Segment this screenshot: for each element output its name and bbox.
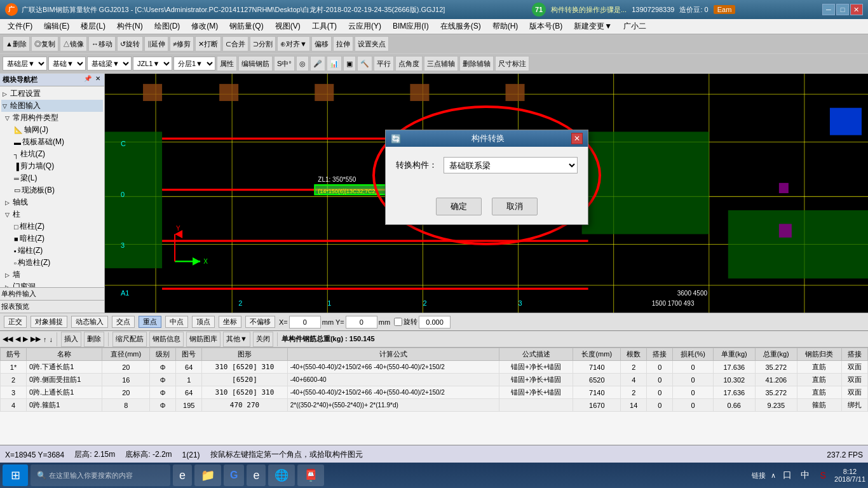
snap-btn-重点[interactable]: 重点 — [139, 316, 161, 328]
section-common-types[interactable]: ▽ 常用构件类型 — [4, 112, 103, 124]
toolbar-btn[interactable]: 📊 — [327, 56, 342, 71]
tree-item-beam[interactable]: ═梁(L) — [4, 172, 103, 184]
tree-item-end-col[interactable]: ▪端柱(Z) — [4, 245, 103, 257]
toolbar-btn[interactable]: S中° — [274, 56, 295, 71]
start-button[interactable]: ⊞ — [3, 464, 28, 486]
tree-item-shear-wall[interactable]: ▐剪力墙(Q) — [4, 160, 103, 172]
toolbar-btn[interactable]: 🎤 — [310, 56, 325, 71]
component-type-select[interactable]: 基础联系梁基础梁框架梁非框架梁 — [444, 157, 578, 173]
toolbar-btn[interactable]: 拉伸 — [333, 36, 353, 51]
menu-item-版本号B[interactable]: 版本号(B) — [524, 20, 567, 33]
taskbar-app-edge[interactable]: e — [247, 464, 266, 486]
scale-rebar-btn[interactable]: 缩尺配筋 — [112, 332, 147, 347]
taskbar-app-ie[interactable]: e — [173, 464, 192, 486]
section-door-window[interactable]: ▷ 门窗洞 — [4, 281, 103, 287]
taskbar-app-g[interactable]: G — [224, 464, 244, 486]
tree-item-cast-slab[interactable]: ▭现浇板(B) — [4, 184, 103, 196]
rebar-table-row[interactable]: 4 0跨.箍筋1 8 Φ 195 470 270 2*((350-2*40)+(… — [1, 399, 868, 412]
ime-icon[interactable]: S — [817, 469, 829, 482]
rotate-checkbox[interactable] — [394, 318, 402, 326]
toolbar-btn[interactable]: 尺寸标注 — [495, 56, 529, 71]
network-icon[interactable]: 口 — [781, 469, 794, 482]
toolbar-btn[interactable]: 删除辅轴 — [459, 56, 494, 71]
canvas-area[interactable]: C 0 3 A1 2 1 2 3 ZL1: 350*550 (14*150(6)… — [105, 74, 868, 313]
panel-close-btn[interactable]: ✕ — [94, 75, 102, 85]
panel-footer-report[interactable]: 报表预览 — [0, 300, 104, 313]
rebar-table-row[interactable]: 3 0跨.上通长筋1 20 Φ 64 310 [6520] 310 -40+(5… — [1, 386, 868, 399]
menu-item-工具T[interactable]: 工具(T) — [307, 20, 342, 33]
toolbar-btn[interactable]: ⊃分割 — [250, 36, 276, 51]
other-btn[interactable]: 其他▼ — [223, 332, 250, 347]
menu-item-BIM应用I[interactable]: BIM应用(I) — [388, 20, 434, 33]
toolbar-btn[interactable]: 三点辅轴 — [424, 56, 458, 71]
menu-item-帮助H[interactable]: 帮助(H) — [487, 20, 524, 33]
snap-btn-正交[interactable]: 正交 — [4, 316, 27, 328]
toolbar-select[interactable]: 分层1▼ — [173, 57, 215, 71]
snap-btn-动态输入[interactable]: 动态输入 — [71, 316, 108, 328]
rebar-info-btn[interactable]: 钢筋信息 — [149, 332, 184, 347]
close-button[interactable]: ✕ — [850, 4, 863, 15]
rebar-table-row[interactable]: 1* 0跨.下通长筋1 20 Φ 64 310 [6520] 310 -40+(… — [1, 361, 868, 374]
panel-pin-btn[interactable]: 📌 — [83, 75, 93, 85]
menu-item-构件N[interactable]: 构件(N) — [112, 20, 148, 33]
toolbar-btn[interactable]: ◎ — [296, 56, 309, 71]
snap-btn-中点[interactable]: 中点 — [165, 316, 188, 328]
toolbar-btn[interactable]: 编辑钢筋 — [238, 56, 273, 71]
tree-item-raft-foundation[interactable]: ▬筏板基础(M) — [4, 136, 103, 148]
taskbar-app-globe[interactable]: 🌐 — [268, 464, 295, 486]
modal-close-button[interactable]: ✕ — [571, 133, 583, 144]
toolbar-btn[interactable]: ▣ — [343, 56, 356, 71]
snap-btn-坐标[interactable]: 坐标 — [219, 316, 241, 328]
rebar-library-btn[interactable]: 钢筋图库 — [186, 332, 220, 347]
tray-expand[interactable]: ∧ — [771, 471, 776, 480]
menu-item-新建变更▼[interactable]: 新建变更▼ — [569, 20, 617, 33]
toolbar-btn[interactable]: 平行 — [374, 56, 394, 71]
menu-item-修改M[interactable]: 修改(M) — [186, 20, 223, 33]
toolbar-select[interactable]: 基础▼ — [48, 57, 86, 71]
toolbar-btn[interactable]: ↺旋转 — [117, 36, 143, 51]
toolbar-select[interactable]: 基础梁▼ — [87, 57, 132, 71]
section-column[interactable]: ▽ 柱 — [4, 208, 103, 220]
rebar-table-row[interactable]: 2 0跨.侧面受扭筋1 16 Φ 1 [6520] -40+6600-40 锚固… — [1, 374, 868, 386]
toolbar-btn[interactable]: ⊕对齐▼ — [277, 36, 310, 51]
menu-item-钢筋量Q[interactable]: 钢筋量(Q) — [224, 20, 268, 33]
taskbar-app-mail[interactable]: 📮 — [297, 464, 324, 486]
cancel-button[interactable]: 取消 — [492, 198, 538, 215]
clock[interactable]: 8:12 2018/7/11 — [834, 468, 865, 483]
toolbar-btn[interactable]: ◎复制 — [31, 36, 58, 51]
menu-item-在线服务S[interactable]: 在线服务(S) — [435, 20, 486, 33]
menu-item-楼层L[interactable]: 楼层(L) — [76, 20, 111, 33]
tree-item-axis[interactable]: 📐轴网(J) — [4, 124, 103, 136]
tree-item-frame-col[interactable]: □框柱(Z) — [4, 220, 103, 233]
tree-item-struct-col[interactable]: ▫构造柱(Z) — [4, 257, 103, 269]
toolbar-btn[interactable]: ↔移动 — [88, 36, 116, 51]
snap-btn-顶点[interactable]: 顶点 — [192, 316, 215, 328]
confirm-button[interactable]: 确定 — [436, 198, 482, 215]
toolbar-btn[interactable]: ⊂合并 — [222, 36, 248, 51]
close-rebar-btn[interactable]: 关闭 — [253, 332, 273, 347]
toolbar-btn[interactable]: 🔨 — [357, 56, 372, 71]
toolbar-btn[interactable]: ≠修剪 — [170, 36, 194, 51]
toolbar-btn[interactable]: 属性 — [217, 56, 237, 71]
section-axis[interactable]: ▷ 轴线 — [4, 196, 103, 208]
toolbar-btn[interactable]: ✕打断 — [195, 36, 221, 51]
tree-item-hidden-col[interactable]: ■暗柱(Z) — [4, 233, 103, 245]
toolbar-btn[interactable]: ▲删除 — [3, 36, 30, 51]
toolbar-btn[interactable]: ‖延伸 — [144, 36, 168, 51]
toolbar-btn[interactable]: 偏移 — [311, 36, 332, 51]
snap-btn-交点[interactable]: 交点 — [112, 316, 135, 328]
toolbar-btn[interactable]: 设置夹点 — [355, 36, 389, 51]
minimize-button[interactable]: ─ — [822, 4, 835, 15]
search-bar[interactable]: 🔍 在这里输入你要搜索的内容 — [31, 464, 170, 486]
snap-btn-对象捕捉[interactable]: 对象捕捉 — [31, 316, 67, 328]
menu-item-绘图D[interactable]: 绘图(D) — [149, 20, 186, 33]
restore-button[interactable]: □ — [836, 4, 849, 15]
toolbar-select[interactable]: JZL1▼ — [133, 57, 172, 71]
y-input[interactable] — [346, 316, 377, 329]
insert-btn[interactable]: 插入 — [61, 332, 81, 347]
taskbar-app-explorer[interactable]: 📁 — [194, 464, 221, 486]
menu-item-文件F[interactable]: 文件(F) — [3, 20, 37, 33]
menu-item-编辑E[interactable]: 编辑(E) — [39, 20, 74, 33]
section-drawing-input[interactable]: ▽ 绘图输入 — [1, 100, 103, 112]
section-engineering-setup[interactable]: ▷ 工程设置 — [1, 88, 103, 100]
